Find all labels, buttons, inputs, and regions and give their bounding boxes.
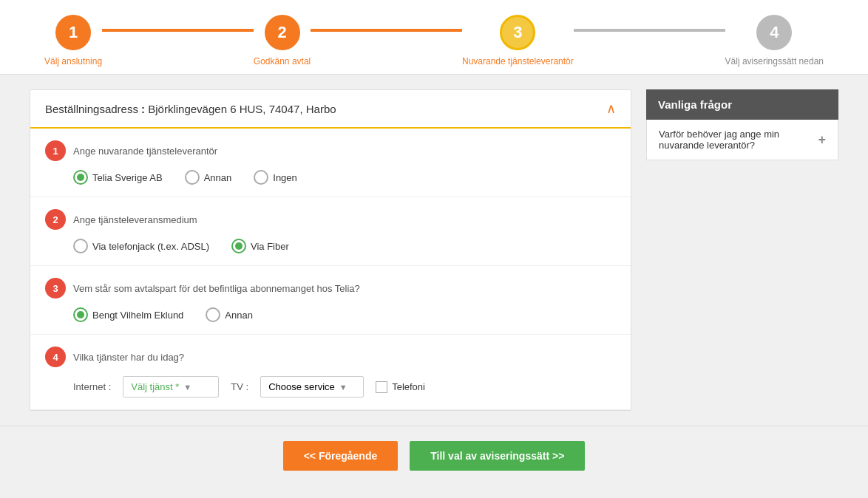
radio-bengt-circle xyxy=(73,307,88,322)
radio-annan-2-label: Annan xyxy=(225,310,253,321)
faq-question-1: Varför behöver jag ange min nuvarande le… xyxy=(659,129,810,151)
question-3-text: Vem står som avtalspart för det befintli… xyxy=(73,283,360,294)
question-2-header: 2 Ange tjänsteleveransmedium xyxy=(45,209,616,230)
question-1-options: Telia Sverige AB Annan Ingen xyxy=(45,170,616,185)
radio-annan-2[interactable]: Annan xyxy=(206,307,253,322)
step-1-label: Välj anslutning xyxy=(44,56,102,66)
connector-1 xyxy=(102,29,254,32)
tv-label: TV : xyxy=(231,381,248,392)
question-4-text: Vilka tjänster har du idag? xyxy=(73,352,184,363)
radio-ingen[interactable]: Ingen xyxy=(254,170,297,185)
radio-telefonjack[interactable]: Via telefonjack (t.ex. ADSL) xyxy=(73,239,209,253)
step-4-wrapper: 4 Välj aviseringssätt nedan xyxy=(725,15,824,66)
connector-3 xyxy=(574,29,725,32)
services-row: Internet : Välj tjänst * ▼ TV : Choose s… xyxy=(45,376,616,398)
radio-telefonjack-circle xyxy=(73,239,88,253)
faq-header: Vanliga frågor xyxy=(646,89,838,120)
question-1-section: 1 Ange nuvarande tjänsteleverantör Telia… xyxy=(30,129,631,197)
radio-bengt-label: Bengt Vilhelm Eklund xyxy=(92,310,183,321)
radio-telia-circle xyxy=(73,170,88,185)
radio-telefonjack-label: Via telefonjack (t.ex. ADSL) xyxy=(92,241,209,252)
step-4-label: Välj aviseringssätt nedan xyxy=(725,56,824,66)
internet-label: Internet : xyxy=(73,381,111,392)
question-4-header: 4 Vilka tjänster har du idag? xyxy=(45,347,616,367)
tv-dropdown[interactable]: Choose service ▼ xyxy=(260,376,364,398)
next-button[interactable]: Till val av aviseringssätt >> xyxy=(410,441,585,471)
faq-expand-icon[interactable]: + xyxy=(818,132,826,148)
question-3-section: 3 Vem står som avtalspart för det befint… xyxy=(30,266,631,335)
question-1-number: 1 xyxy=(45,140,66,161)
step-3-wrapper: 3 Nuvarande tjänsteleverantör xyxy=(462,15,574,66)
radio-fiber-label: Via Fiber xyxy=(251,241,289,252)
step-2-circle: 2 xyxy=(265,15,300,50)
right-panel: Vanliga frågor Varför behöver jag ange m… xyxy=(646,89,838,411)
question-3-options: Bengt Vilhelm Eklund Annan xyxy=(45,307,616,322)
radio-annan-1-label: Annan xyxy=(204,172,232,183)
tv-select-text: Choose service xyxy=(268,381,335,392)
radio-annan-1[interactable]: Annan xyxy=(185,170,232,185)
left-panel: Beställningsadress : Björklingevägen 6 H… xyxy=(30,89,631,411)
step-2-label: Godkänn avtal xyxy=(254,56,311,66)
radio-ingen-label: Ingen xyxy=(273,172,297,183)
radio-telia-label: Telia Sverige AB xyxy=(92,172,163,183)
radio-annan-1-circle xyxy=(185,170,200,185)
radio-fiber-circle xyxy=(231,239,246,253)
question-2-number: 2 xyxy=(45,209,66,230)
telefoni-checkbox[interactable]: Telefoni xyxy=(376,381,425,393)
internet-select-text: Välj tjänst * xyxy=(131,381,179,392)
step-3-label: Nuvarande tjänsteleverantör xyxy=(462,56,574,66)
bottom-bar: << Föregående Till val av aviseringssätt… xyxy=(0,426,868,485)
radio-annan-2-circle xyxy=(206,307,220,322)
collapse-button[interactable]: ∧ xyxy=(606,100,616,117)
step-4-circle: 4 xyxy=(756,15,792,50)
radio-fiber[interactable]: Via Fiber xyxy=(231,239,289,253)
step-2-wrapper: 2 Godkänn avtal xyxy=(254,15,311,66)
question-2-options: Via telefonjack (t.ex. ADSL) Via Fiber xyxy=(45,239,616,253)
question-4-number: 4 xyxy=(45,347,66,367)
address-header: Beställningsadress : Björklingevägen 6 H… xyxy=(30,90,631,129)
telefoni-checkbox-box xyxy=(376,381,387,393)
telefoni-label: Telefoni xyxy=(392,381,425,392)
question-1-header: 1 Ange nuvarande tjänsteleverantör xyxy=(45,140,616,161)
question-4-section: 4 Vilka tjänster har du idag? Internet :… xyxy=(30,335,631,410)
radio-telia[interactable]: Telia Sverige AB xyxy=(73,170,163,185)
question-2-section: 2 Ange tjänsteleveransmedium Via telefon… xyxy=(30,197,631,266)
prev-button[interactable]: << Föregående xyxy=(283,441,399,471)
faq-item-1[interactable]: Varför behöver jag ange min nuvarande le… xyxy=(646,120,838,160)
progress-section: 1 Välj anslutning 2 Godkänn avtal 3 Nuva… xyxy=(0,0,868,75)
question-1-text: Ange nuvarande tjänsteleverantör xyxy=(73,146,217,157)
connector-2 xyxy=(311,29,462,32)
radio-bengt[interactable]: Bengt Vilhelm Eklund xyxy=(73,307,183,322)
radio-ingen-circle xyxy=(254,170,268,185)
progress-bar: 1 Välj anslutning 2 Godkänn avtal 3 Nuva… xyxy=(30,15,838,66)
internet-dropdown[interactable]: Välj tjänst * ▼ xyxy=(123,376,219,398)
step-1-wrapper: 1 Välj anslutning xyxy=(44,15,102,66)
question-2-text: Ange tjänsteleveransmedium xyxy=(73,214,197,225)
main-content: Beställningsadress : Björklingevägen 6 H… xyxy=(0,75,868,426)
question-3-number: 3 xyxy=(45,278,66,299)
question-3-header: 3 Vem står som avtalspart för det befint… xyxy=(45,278,616,299)
step-1-circle: 1 xyxy=(55,15,91,50)
address-header-text: Beställningsadress : Björklingevägen 6 H… xyxy=(45,103,336,115)
internet-dropdown-arrow: ▼ xyxy=(183,383,191,392)
tv-dropdown-arrow: ▼ xyxy=(339,383,347,392)
step-3-circle: 3 xyxy=(500,15,535,50)
